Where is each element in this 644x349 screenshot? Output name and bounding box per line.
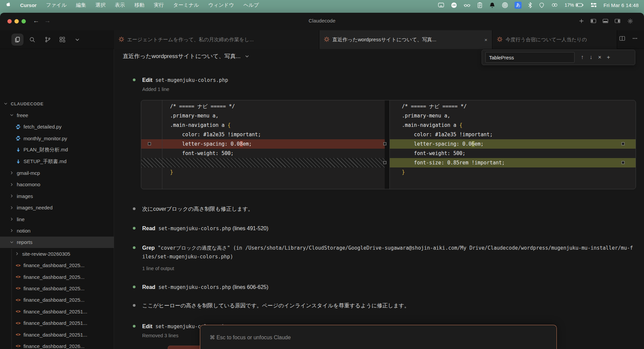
find-arrow-up-icon[interactable]: ↑ bbox=[578, 54, 587, 61]
diff-revert-handle[interactable] bbox=[148, 142, 151, 145]
pick-icon[interactable] bbox=[539, 2, 545, 8]
tree-item-label: PLAN_財務分析.md bbox=[23, 147, 68, 153]
menu-item[interactable]: ヘルプ bbox=[244, 2, 259, 8]
menu-app-name[interactable]: Cursor bbox=[20, 2, 37, 8]
diff-line: } bbox=[141, 167, 385, 177]
tree-item-plan-md[interactable]: PLAN_財務分析.md bbox=[0, 144, 114, 156]
menu-item[interactable]: 編集 bbox=[76, 2, 86, 8]
tree-item-site-review-20260305[interactable]: site-review-20260305 bbox=[0, 248, 114, 259]
menu-item[interactable]: ファイル bbox=[46, 2, 66, 8]
airdrop-icon[interactable] bbox=[502, 2, 508, 8]
menu-item[interactable]: 表示 bbox=[115, 2, 125, 8]
ime-japanese-icon[interactable]: あ bbox=[515, 2, 522, 9]
tree-item-setup-md[interactable]: SETUP_手順書.md bbox=[0, 156, 114, 167]
screen-mirroring-icon[interactable] bbox=[438, 2, 444, 8]
diff-pane-modified: /* ===== ナビ ===== */.primary-menu a,.mai… bbox=[389, 100, 636, 189]
markdown-file-icon bbox=[15, 147, 21, 152]
find-arrow-down-icon[interactable]: ↓ bbox=[587, 54, 595, 61]
chat-tab-3[interactable]: 今度行う合宿について一人当たりの bbox=[492, 30, 617, 49]
control-center-icon[interactable] bbox=[590, 2, 597, 8]
window-title: Claudecode bbox=[0, 18, 644, 23]
notification-bell-icon[interactable] bbox=[489, 2, 495, 8]
glasses-icon[interactable] bbox=[464, 2, 471, 8]
assistant-message: ここがヒーローの高さを制限している原因です。ページのインラインスタイルを尊重する… bbox=[133, 301, 636, 310]
tree-item-gmail-mcp[interactable]: gmail-mcp bbox=[0, 167, 114, 179]
tree-item-images-needed[interactable]: images_needed bbox=[0, 202, 114, 213]
tree-item-finance-dashboard-2026-[interactable]: <>finance_dashboard_2026... bbox=[0, 340, 114, 349]
diff-revert-handle[interactable] bbox=[383, 161, 386, 164]
chat-tab-1[interactable]: エージェントチームを作って、私の月次締め作業をし... bbox=[114, 30, 319, 49]
clock-icon[interactable]: Fri Mar 6 14:48 bbox=[603, 2, 639, 8]
chevron-right-icon bbox=[15, 251, 20, 256]
more-actions-icon[interactable] bbox=[632, 36, 638, 43]
menu-item[interactable]: ウィンドウ bbox=[208, 2, 234, 8]
tree-item-label: finance_dashboard_2025... bbox=[23, 297, 85, 303]
tree-item-hacomono[interactable]: hacomono bbox=[0, 179, 114, 190]
tree-item-finance-dashboard-20251-[interactable]: <>finance_dashboard_20251... bbox=[0, 317, 114, 329]
activity-search-icon[interactable] bbox=[26, 34, 38, 46]
activity-files-icon[interactable] bbox=[11, 34, 23, 46]
code-token: .main-navigation a bbox=[170, 122, 228, 128]
explorer-sidebar: CLAUDECODEfreeefetch_detailed.pymonthly_… bbox=[0, 49, 114, 349]
diff-revert-handle[interactable] bbox=[383, 142, 386, 145]
claude-prompt-placeholder: ⌘ Esc to focus or unfocus Claude bbox=[210, 334, 291, 341]
tree-item-label: gmail-mcp bbox=[17, 170, 40, 176]
find-close-icon[interactable]: × bbox=[595, 54, 604, 61]
tree-item-line[interactable]: line bbox=[0, 213, 114, 225]
tree-item-freee[interactable]: freee bbox=[0, 109, 114, 121]
activity-extensions-icon[interactable] bbox=[56, 34, 68, 46]
tree-section-header[interactable]: CLAUDECODE bbox=[0, 98, 114, 109]
menu-item[interactable]: 移動 bbox=[135, 2, 145, 8]
tree-item-finance-dashboard-2025-[interactable]: <>finance_dashboard_2025... bbox=[0, 260, 114, 271]
html-file-icon: <> bbox=[15, 309, 21, 314]
activity-chevron-down-icon[interactable] bbox=[71, 34, 83, 46]
claude-prompt-input[interactable]: ⌘ Esc to focus or unfocus Claude bbox=[200, 325, 557, 349]
link-icon[interactable] bbox=[551, 2, 558, 8]
tree-item-finance-dashboard-2025-[interactable]: <>finance_dashboard_2025... bbox=[0, 271, 114, 283]
tool-entry-edit: Editset-mugenjuku-colors.php bbox=[133, 76, 636, 85]
chat-header[interactable]: 直近作ったwordpressサイトについて、写真... bbox=[123, 52, 250, 60]
tab-close-icon[interactable]: × bbox=[484, 37, 487, 43]
settings-gear-icon[interactable] bbox=[627, 18, 633, 24]
tree-item-monthly-monitor-py[interactable]: monthly_monitor.py bbox=[0, 133, 114, 144]
menu-item[interactable]: 選択 bbox=[96, 2, 106, 8]
diff-line: color: #1a2e35 !important; bbox=[390, 130, 636, 139]
line-app-icon[interactable]: LINE bbox=[451, 2, 457, 8]
tree-item-finance-dashboard-2025-[interactable]: <>finance_dashboard_2025... bbox=[0, 283, 114, 294]
entry-bullet bbox=[133, 79, 136, 81]
find-plus-icon[interactable]: + bbox=[604, 54, 613, 61]
diff-line: .main-navigation a { bbox=[141, 120, 385, 130]
entry-text: Readset-mugenjuku-colors.php (lines 606-… bbox=[142, 283, 268, 292]
toggle-bottom-panel-icon[interactable] bbox=[602, 18, 608, 24]
find-icons: ↑↓×+ bbox=[578, 54, 613, 61]
tree-item-finance-dashboard-20251-[interactable]: <>finance_dashboard_20251... bbox=[0, 306, 114, 317]
split-editor-icon[interactable] bbox=[619, 36, 625, 43]
diff-revert-handle[interactable] bbox=[622, 161, 625, 164]
activity-source-control-icon[interactable] bbox=[42, 34, 54, 46]
tree-item-label: notion bbox=[17, 228, 31, 234]
diff-line-added: letter-spacing: 0.06em; bbox=[390, 139, 636, 149]
diff-revert-handle[interactable] bbox=[622, 142, 625, 145]
toggle-right-panel-icon[interactable] bbox=[614, 18, 621, 24]
menu-item[interactable]: ターミナル bbox=[173, 2, 199, 8]
code-token: 6 bbox=[472, 141, 475, 147]
apple-logo-icon[interactable] bbox=[5, 2, 11, 9]
tree-item-fetch-detailed-py[interactable]: fetch_detailed.py bbox=[0, 121, 114, 133]
code-token: /* ===== ナビ ===== */ bbox=[402, 103, 467, 109]
tree-item-reports[interactable]: reports bbox=[0, 237, 114, 248]
find-input[interactable] bbox=[485, 52, 575, 63]
tree-item-images[interactable]: images bbox=[0, 190, 114, 202]
tree-item-notion[interactable]: notion bbox=[0, 225, 114, 236]
tree-item-finance-dashboard-2025-[interactable]: <>finance_dashboard_2025... bbox=[0, 294, 114, 306]
clipboard-icon[interactable] bbox=[477, 2, 483, 8]
battery-icon[interactable]: 17% bbox=[565, 2, 584, 8]
menu-item[interactable]: 実行 bbox=[154, 2, 164, 8]
tool-entry-read: Readset-mugenjuku-colors.php (lines 491-… bbox=[133, 224, 636, 233]
tree-item-finance-dashboard-20251-[interactable]: <>finance_dashboard_20251... bbox=[0, 329, 114, 340]
toggle-left-panel-icon[interactable] bbox=[590, 18, 596, 24]
markdown-file-icon bbox=[15, 159, 21, 164]
chat-tab-2[interactable]: 直近作ったwordpressサイトについて、写真...× bbox=[319, 30, 492, 49]
new-tab-plus-icon[interactable] bbox=[579, 18, 584, 24]
tree-item-label: finance_dashboard_2025... bbox=[23, 286, 85, 291]
bluetooth-icon[interactable] bbox=[528, 2, 532, 8]
